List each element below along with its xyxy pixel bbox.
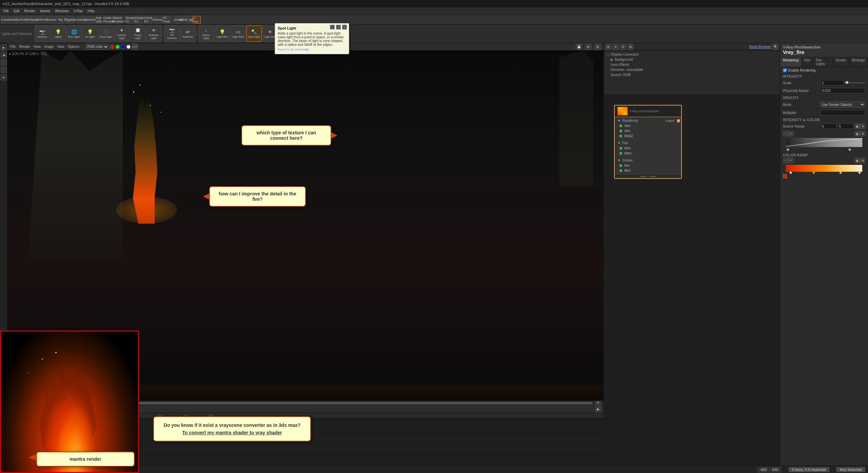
vp-menu-options[interactable]: Options — [68, 45, 79, 49]
menu-file[interactable]: File — [1, 9, 11, 13]
vp-menu-image[interactable]: Image — [44, 45, 54, 49]
vp-menu-render[interactable]: Render — [19, 45, 30, 49]
td-tools-btn[interactable]: TD Tools — [162, 16, 171, 23]
direct-light-btn[interactable]: ↓ Direct Light — [199, 25, 214, 42]
node-handle1[interactable] — [640, 176, 647, 177]
gi-light-btn[interactable]: 💡 GI Light — [82, 25, 98, 42]
tooltip-close[interactable]: × — [342, 25, 347, 30]
ambient-light-btn[interactable]: ☀ Ambient Light — [146, 25, 161, 42]
area-light-btn[interactable]: ⬛ Area Light — [98, 25, 114, 42]
tree-lens-effects[interactable]: Lens Effects — [604, 62, 780, 67]
arnold-lights-btn[interactable]: arnold_lights — [183, 16, 192, 23]
side-icon-1[interactable]: ▶ — [1, 44, 7, 51]
enable-rendering-checkbox[interactable] — [783, 68, 787, 72]
vp-menu-view2[interactable]: View — [57, 45, 64, 49]
source-range-settings[interactable]: ⚙ — [860, 124, 865, 129]
tooltip-minimize[interactable]: _ — [330, 25, 335, 30]
smoke-section-header[interactable]: ▼ Smoke — [615, 158, 681, 163]
cr-plus[interactable]: + — [788, 158, 794, 163]
rigging-btn[interactable]: Rigging — [65, 16, 74, 23]
create-btn[interactable]: Create — [1, 16, 9, 23]
menu-assets[interactable]: Assets — [38, 9, 52, 13]
rp-btn4[interactable]: ⊕ — [628, 44, 634, 50]
red-dot[interactable] — [110, 45, 114, 49]
tree-display-correction[interactable]: ☐ Display Correction — [604, 52, 780, 57]
ramp-marker-2[interactable] — [848, 148, 851, 151]
rp-btn3[interactable]: ⊖ — [620, 44, 626, 50]
vp-menu-file[interactable]: File — [10, 45, 16, 49]
sketch-brushes-btn[interactable]: Sketch Brushes — [114, 16, 122, 23]
multiplier-input[interactable] — [820, 110, 865, 115]
portal-light-btn[interactable]: 🔲 Portal Light — [130, 25, 145, 42]
switcher-btn[interactable]: ⇄ Switcher — [180, 25, 196, 42]
vp-menu-view[interactable]: View — [34, 45, 41, 49]
tab-fire-lights[interactable]: Fire Lights — [813, 57, 833, 67]
vray-phxshadersim-node[interactable]: V-Ray PhxShaderSim ▼ Rendering output — [614, 105, 682, 179]
tooltip-maximize[interactable]: □ — [336, 25, 341, 30]
rp-btn2[interactable]: ✕ — [613, 44, 619, 50]
env-light-btn[interactable]: 🌐 Env Light — [66, 25, 82, 42]
fire-section-header[interactable]: ▼ Fire — [615, 140, 681, 146]
color-mode-select[interactable]: RGB color — [85, 44, 109, 50]
lights-btn[interactable]: 💡 Lights — [51, 25, 66, 42]
side-icon-5[interactable]: ⊕ — [1, 74, 7, 80]
tab-rendering[interactable]: Rendering — [780, 57, 802, 67]
view-collapse[interactable]: ▶ — [595, 406, 601, 412]
light-ies-btn[interactable]: 💡 Light IES — [215, 25, 230, 42]
hair-utils-btn[interactable]: Hair Utils — [96, 16, 104, 23]
rp-btn1[interactable]: ⊕ — [605, 44, 611, 50]
color-ramp-display[interactable] — [786, 165, 863, 172]
menu-windows[interactable]: Windows — [53, 9, 71, 13]
side-icon-4[interactable]: ↓ — [1, 67, 7, 73]
tree-source[interactable]: Source: RGB — [604, 72, 780, 77]
light-rect-btn[interactable]: ▭ Light Rect — [231, 25, 246, 42]
menu-render[interactable]: Render — [22, 9, 37, 13]
asset-browser-link[interactable]: Asset Browser — [749, 45, 771, 49]
source-range-lock[interactable]: 🔒 — [854, 124, 860, 129]
tab-bindings[interactable]: Bindings — [849, 57, 868, 67]
caustic-light-btn[interactable]: ✦ Caustic Light — [114, 25, 130, 42]
side-icon-3[interactable]: ↑ — [1, 59, 7, 65]
source-range-min[interactable] — [820, 124, 837, 129]
rendering-section-header[interactable]: ▼ Rendering output — [615, 118, 681, 123]
tree-denoiser[interactable]: Denoiser: unavailable — [604, 67, 780, 72]
cr-minus[interactable]: − — [783, 158, 788, 163]
scale-slider[interactable] — [845, 82, 866, 83]
ir-lock[interactable]: 🔒 — [854, 131, 860, 136]
vp-grid-btn[interactable]: ⊞ — [595, 44, 601, 50]
deform-btn[interactable]: Deform — [38, 16, 46, 23]
menu-edit[interactable]: Edit — [12, 9, 21, 13]
model-btn[interactable]: Model — [20, 16, 28, 23]
blue-dot[interactable] — [121, 45, 125, 49]
cloud-fx-btn[interactable]: Cloud FX — [144, 16, 152, 23]
menu-vray[interactable]: V-Ray — [72, 9, 85, 13]
output-port[interactable] — [677, 119, 680, 122]
progress-collapse[interactable]: ▼ — [595, 401, 601, 405]
cr-settings[interactable]: ⚙ — [860, 158, 865, 163]
scale-slider-thumb[interactable] — [846, 81, 848, 84]
vray-btn[interactable]: V-Ray — [193, 16, 201, 23]
port-vtex[interactable]: vtex — [615, 123, 681, 128]
constrain-btn[interactable]: Constrain — [86, 16, 95, 23]
scale-input[interactable] — [820, 80, 844, 86]
port-etex[interactable]: etex — [615, 146, 681, 151]
tree-background[interactable]: ▶ Background — [604, 57, 780, 62]
port-stex[interactable]: stex — [615, 128, 681, 133]
port-dtex[interactable]: dtex — [615, 168, 681, 173]
port-displ2[interactable]: displ2 — [615, 133, 681, 138]
port-ttex[interactable]: ttex — [615, 163, 681, 168]
menu-help[interactable]: Help — [85, 9, 97, 13]
color-stop-1[interactable] — [783, 174, 787, 178]
rp-search[interactable]: 🔍 — [772, 44, 778, 50]
rig-btn[interactable]: Rig — [56, 16, 64, 23]
modify-btn[interactable]: Modify — [11, 16, 19, 23]
ir-settings[interactable]: ⚙ — [860, 131, 865, 136]
source-range-max[interactable] — [837, 124, 854, 129]
intensity-ramp-plus[interactable]: + — [788, 131, 794, 136]
intensity-ramp-minus[interactable]: − — [783, 131, 788, 136]
ramp-marker-1[interactable] — [787, 148, 789, 151]
guide-process-btn[interactable]: Guide Process — [105, 16, 113, 23]
mode-select[interactable]: Use Smoke Opacity — [820, 101, 865, 108]
tab-fire[interactable]: Fire — [802, 57, 813, 67]
volume-btn[interactable]: Volume — [153, 16, 161, 23]
